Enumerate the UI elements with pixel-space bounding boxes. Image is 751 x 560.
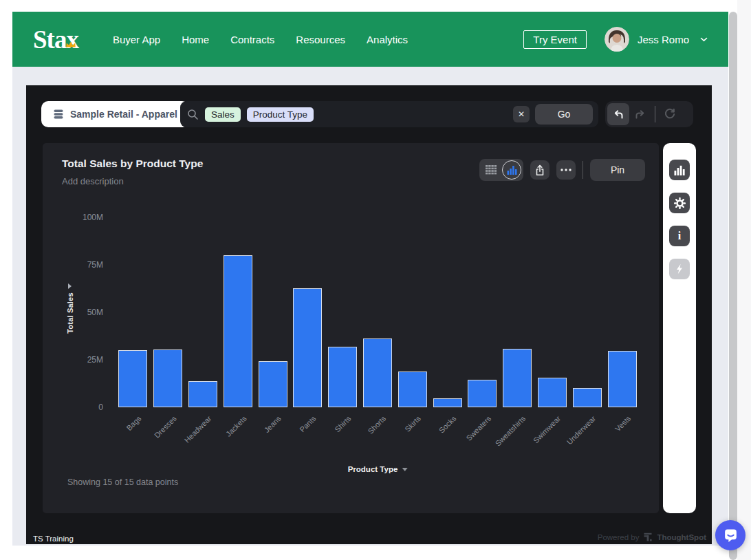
answer-title[interactable]: Total Sales by Product Type [62, 158, 203, 170]
info-icon: i [678, 230, 681, 241]
viz-type-toggle [479, 159, 523, 181]
x-tick-label: Sweatshirts [494, 414, 527, 448]
bar-sweatshirts[interactable] [503, 349, 532, 407]
bar-chart-icon [507, 165, 517, 175]
bar-socks[interactable] [433, 398, 462, 407]
x-tick-label: Headwear [183, 414, 213, 444]
bar-headwear[interactable] [188, 381, 217, 407]
y-tick-label: 100M [55, 213, 103, 222]
info-button[interactable]: i [669, 226, 690, 246]
database-icon [53, 109, 64, 120]
clear-search-button[interactable]: ✕ [513, 106, 530, 122]
thoughtspot-embed-panel: Sample Retail - Apparel Sales Product Ty… [26, 85, 712, 544]
chart-plot: Total Sales by Product Type Add descript… [43, 143, 659, 513]
thoughtspot-logo-icon [644, 532, 652, 541]
divider [583, 161, 583, 179]
more-options-button[interactable] [556, 160, 576, 180]
lightning-icon [675, 263, 684, 274]
bar-underwear[interactable] [573, 388, 602, 407]
chat-launcher-button[interactable] [715, 520, 745, 550]
nav-contracts[interactable]: Contracts [230, 34, 274, 45]
share-icon [534, 164, 545, 176]
powered-by-brand: ThoughtSpot [657, 533, 706, 541]
nav-home[interactable]: Home [182, 34, 209, 45]
x-tick-label: Jeans [263, 414, 283, 434]
data-source-selector[interactable]: Sample Retail - Apparel [41, 101, 189, 127]
data-point-count: Showing 15 of 15 data points [67, 477, 178, 487]
ellipsis-icon [560, 169, 572, 171]
pin-button[interactable]: Pin [590, 159, 645, 181]
top-nav-bar: Stax Buyer App Home Contracts Resources … [12, 12, 728, 67]
x-tick-label: Pants [298, 414, 318, 433]
undo-icon [612, 109, 624, 120]
powered-by-label: Powered by [598, 533, 640, 541]
bar-swimwear[interactable] [538, 378, 567, 407]
table-view-button[interactable] [481, 160, 501, 180]
reset-icon [664, 108, 676, 120]
user-name[interactable]: Jess Romo [638, 34, 689, 45]
chart-toolbar: Pin [479, 159, 645, 181]
x-axis-title: Product Type [348, 465, 398, 473]
x-tick-label: Shorts [367, 414, 388, 435]
redo-button[interactable] [629, 103, 651, 125]
undo-button[interactable] [607, 103, 629, 125]
main-nav: Buyer App Home Contracts Resources Analy… [113, 34, 408, 45]
chat-bubble-icon [723, 528, 739, 543]
x-tick-label: Bags [125, 414, 143, 432]
divider [655, 106, 655, 122]
bar-pants[interactable] [293, 288, 322, 407]
bar-jackets[interactable] [224, 255, 252, 407]
user-menu-chevron-down-icon[interactable] [700, 37, 708, 42]
redo-icon [634, 109, 646, 120]
x-tick-label: Sweaters [464, 414, 492, 442]
x-tick-label: Swimwear [532, 414, 562, 444]
close-icon: ✕ [518, 109, 525, 119]
y-tick-label: 75M [55, 260, 103, 270]
settings-button[interactable] [669, 193, 690, 213]
gear-icon [674, 197, 686, 209]
search-token-product-type[interactable]: Product Type [247, 107, 314, 122]
y-tick-label: 50M [55, 308, 103, 317]
x-tick-label: Skirts [403, 414, 422, 433]
page-scrollbar[interactable] [729, 12, 737, 560]
bar-sweaters[interactable] [468, 380, 497, 407]
column-chart-icon [674, 165, 685, 175]
nav-resources[interactable]: Resources [296, 34, 345, 45]
bar-shorts[interactable] [363, 338, 392, 407]
y-tick-label: 25M [55, 355, 103, 365]
user-avatar[interactable] [605, 27, 629, 52]
nav-analytics[interactable]: Analytics [367, 34, 408, 45]
page-title: TS Training [33, 535, 74, 543]
crown-icon [65, 26, 76, 52]
bar-dresses[interactable] [153, 349, 182, 407]
bar-shirts[interactable] [328, 347, 357, 407]
search-icon [187, 109, 199, 120]
x-tick-label: Underwear [565, 414, 598, 446]
bar-bags[interactable] [118, 350, 147, 407]
stax-logo[interactable]: Stax [33, 27, 78, 52]
nav-buyer-app[interactable]: Buyer App [113, 34, 160, 45]
go-button[interactable]: Go [535, 104, 593, 125]
x-tick-label: Jackets [224, 414, 248, 438]
chart-view-button-selected[interactable] [502, 160, 521, 180]
try-event-button[interactable]: Try Event [523, 30, 587, 49]
x-tick-label: Vests [613, 414, 633, 433]
y-axis-arrow-icon[interactable] [68, 283, 72, 289]
bar-vests[interactable] [608, 351, 637, 407]
reset-button[interactable] [659, 103, 681, 125]
spotiq-button[interactable] [669, 259, 690, 279]
answer-description-placeholder[interactable]: Add description [62, 176, 124, 186]
x-axis-title-dropdown[interactable]: Product Type [348, 465, 408, 473]
table-icon [486, 165, 497, 175]
undo-redo-group [605, 101, 693, 127]
bar-jeans[interactable] [259, 361, 287, 407]
chevron-down-icon [402, 468, 407, 471]
bar-skirts[interactable] [398, 371, 427, 407]
share-button[interactable] [530, 160, 549, 180]
data-source-name: Sample Retail - Apparel [70, 109, 177, 120]
x-tick-label: Socks [437, 414, 457, 435]
chart-config-button[interactable] [669, 160, 690, 180]
y-tick-label: 0 [55, 402, 103, 412]
search-token-sales[interactable]: Sales [205, 107, 241, 122]
answer-side-rail: i [663, 143, 696, 513]
